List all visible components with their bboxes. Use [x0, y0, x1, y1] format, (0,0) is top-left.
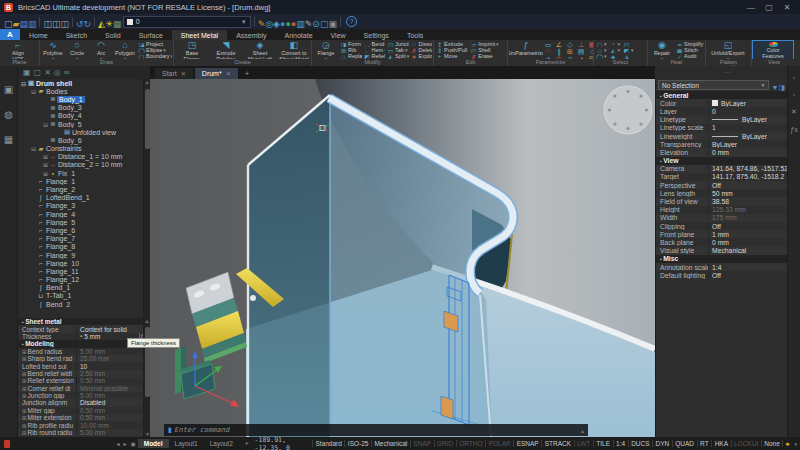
property-row[interactable]: Back plane 0 mm [656, 238, 787, 246]
property-row[interactable]: Lens length 50 mm [656, 189, 787, 197]
undo-redo-icon[interactable]: ↻ [84, 19, 92, 29]
property-value[interactable]: 25.00 mm [76, 355, 149, 362]
parametrize-icon[interactable]: ⊞ [565, 48, 575, 55]
property-row[interactable]: Color ByLayer [656, 99, 787, 107]
expand-toggle-icon[interactable]: ⊟ [20, 80, 27, 87]
property-value[interactable]: 50 mm [708, 190, 787, 197]
property-row[interactable]: Elevation 0 mm [656, 148, 787, 156]
close-button[interactable]: ✕ [778, 3, 796, 12]
property-row[interactable]: Layer 0 [656, 107, 787, 115]
ribbon-tab[interactable]: Surface [130, 30, 172, 40]
command-input[interactable]: Enter command [175, 426, 578, 434]
property-value[interactable]: 2.50 mm [76, 370, 149, 377]
tree-item[interactable]: ⊟ ▰ Bodies [18, 87, 149, 95]
status-toggle[interactable]: 1:4 [613, 440, 628, 447]
layout-tab[interactable]: + [239, 439, 255, 448]
parametrize-icon[interactable]: ⊥ [576, 41, 586, 48]
property-value[interactable]: 0.50 mm [76, 377, 149, 384]
property-row[interactable]: Linetype ByLayer [656, 116, 787, 124]
property-value[interactable]: Minimal possible [76, 385, 149, 392]
tree-item[interactable]: ⊟ ▣ Drum shell [18, 79, 149, 87]
property-value[interactable]: 1 [708, 124, 787, 131]
ribbon-button[interactable]: ⌐Align UCS▾ [1, 41, 35, 59]
property-row[interactable]: Sharp bend rad 25.00 mm [18, 355, 149, 362]
qat-file-icon[interactable]: ▥ [28, 19, 37, 29]
status-toggle[interactable]: TILE [593, 440, 613, 447]
tree-item[interactable]: ⌐ Flange_1 [18, 177, 149, 185]
property-value[interactable]: 175 mm [708, 214, 787, 221]
property-row[interactable]: Visual style Mechanical [656, 247, 787, 255]
application-button[interactable]: A [0, 29, 20, 40]
browser-tool-icon[interactable]: ✕ [44, 68, 51, 77]
panel-tab-icon[interactable]: ▦ [4, 134, 13, 145]
tree-item[interactable]: ⌐ Flange_3 [18, 202, 149, 210]
parametrize-icon[interactable]: ▤ [576, 48, 586, 55]
tree-item[interactable]: ⌐ Flange_2 [18, 185, 149, 193]
property-row[interactable]: Miter extension 0.50 mm [18, 414, 149, 421]
ribbon-button[interactable]: ⌂Polygon▾ [113, 41, 137, 59]
property-value[interactable]: Off [708, 182, 787, 189]
help-icon[interactable]: ? [346, 16, 357, 27]
expand-toggle-icon[interactable]: ⊞ [42, 161, 49, 168]
property-value[interactable]: 10 [76, 363, 149, 370]
tree-item[interactable]: ⌐ Flange_5 [18, 218, 149, 226]
property-value[interactable]: 0.50 mm [76, 407, 149, 414]
status-toggle[interactable]: RT [697, 440, 712, 447]
status-toggle[interactable]: None [761, 440, 783, 447]
flange-button[interactable]: ◶Flange▾ [313, 41, 339, 59]
qat-tool-icon[interactable]: ▣ [328, 19, 337, 29]
ribbon-tab[interactable]: View [322, 30, 355, 40]
status-toggle[interactable]: GRID [434, 440, 456, 447]
property-row[interactable]: Height 125.33 mm [656, 206, 787, 214]
property-value[interactable]: 0.50 mm [76, 414, 149, 421]
property-row[interactable]: General [656, 91, 787, 99]
qat-file-icon[interactable]: ▤ [19, 19, 28, 29]
expand-toggle-icon[interactable]: ⊞ [42, 170, 49, 177]
tree-item[interactable]: ∫ Bend_1 [18, 284, 149, 292]
property-row[interactable]: Width 175 mm [656, 214, 787, 222]
layer-combo[interactable]: 0 ▼ [123, 16, 251, 28]
ribbon-tab[interactable]: Assembly [227, 30, 275, 40]
tree-item[interactable]: ⊚ Body_3 [18, 104, 149, 112]
parametrize-icon[interactable]: ∥ [554, 48, 564, 55]
ribbon-tab[interactable]: Home [20, 30, 57, 40]
document-tab[interactable]: Drum*✕ [195, 68, 238, 79]
tree-item[interactable]: ⊔ T-Tab_1 [18, 292, 149, 300]
close-tab-icon[interactable]: ✕ [181, 70, 186, 77]
expand-toggle-icon[interactable]: ⊟ [42, 121, 49, 128]
print-icon[interactable]: ◫ [43, 19, 52, 29]
layer-tool-icon[interactable]: ▦ [113, 19, 122, 29]
status-menu-icon[interactable]: ▾ [791, 441, 800, 447]
ribbon-tab[interactable]: Settings [355, 30, 398, 40]
tree-item[interactable]: ⊞ ⇔ Distance_1 = 10 mm [18, 153, 149, 161]
status-toggle[interactable]: ORTHO [456, 440, 485, 447]
property-value[interactable]: 5.00 mm [76, 392, 149, 399]
status-toggle[interactable]: Mechanical [371, 440, 410, 447]
ribbon-button[interactable]: ○Circle▾ [65, 41, 89, 59]
status-toggle[interactable]: Standard [312, 440, 344, 447]
ribbon-tab[interactable]: Solid [96, 30, 130, 40]
side-tool-icon[interactable]: ✕ [791, 108, 797, 116]
side-tool-icon[interactable]: ▫ [793, 74, 795, 81]
status-toggle[interactable]: HKA [711, 440, 730, 447]
color-features-button[interactable]: Color Features [753, 41, 793, 59]
property-row[interactable]: Field of view 38.58 [656, 197, 787, 205]
parametrize-icon[interactable]: ▦ [587, 41, 593, 48]
print-icon[interactable]: ◫ [52, 19, 61, 29]
tree-item[interactable]: ⌐ Flange_12 [18, 276, 149, 284]
tree-item[interactable]: ⌐ Flange_7 [18, 235, 149, 243]
viewport[interactable] [150, 79, 655, 437]
tree-item[interactable]: ⊞ ⇔ Distance_2 = 10 mm [18, 161, 149, 169]
tree-item[interactable]: ⊟ ▰ Constraints [18, 145, 149, 153]
property-value[interactable]: 0 [708, 108, 787, 115]
tree-item[interactable]: ⌐ Flange_10 [18, 259, 149, 267]
property-value[interactable]: ByLayer [708, 133, 787, 140]
minimize-button[interactable]: — [742, 3, 760, 12]
undo-redo-icon[interactable]: ↺ [76, 19, 84, 29]
qat-tool-icon[interactable]: ◎ [265, 19, 273, 29]
property-row[interactable]: Target 141.17, 875.40, -1518.2 [656, 173, 787, 181]
property-row[interactable]: Lineweight ByLayer [656, 132, 787, 140]
document-tab[interactable]: Start✕ [155, 68, 193, 79]
scroll-up-icon[interactable]: ▲ [145, 318, 150, 324]
qat-tool-icon[interactable]: ◈ [273, 19, 280, 29]
